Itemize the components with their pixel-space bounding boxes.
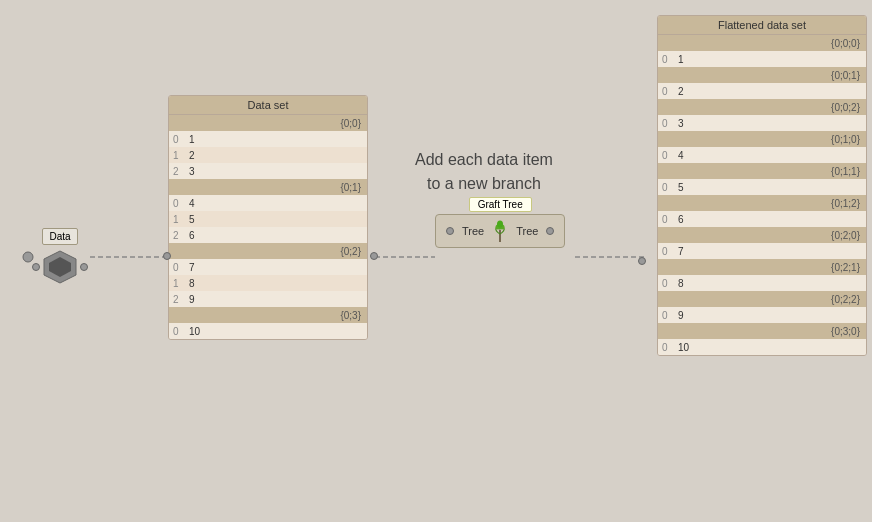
flat-path-row: {0;2;0}: [658, 227, 866, 243]
graft-port-out: Tree: [516, 225, 538, 237]
flat-data-row: 09: [658, 307, 866, 323]
data-row: 15: [169, 211, 367, 227]
flat-data-row: 02: [658, 83, 866, 99]
flat-path-row: {0;0;2}: [658, 99, 866, 115]
data-row: 23: [169, 163, 367, 179]
flat-data-row: 05: [658, 179, 866, 195]
canvas: Data Data set {0;0} 01 12 23 {0;1} 04 15…: [0, 0, 872, 522]
dataset-right-port[interactable]: [370, 252, 378, 260]
flat-data-row: 06: [658, 211, 866, 227]
data-row: 07: [169, 259, 367, 275]
data-row: 04: [169, 195, 367, 211]
path-row-4: {0;3}: [169, 307, 367, 323]
flat-left-port[interactable]: [638, 257, 646, 265]
flat-path-row: {0;0;0}: [658, 35, 866, 51]
data-row: 29: [169, 291, 367, 307]
flattened-panel: Flattened data set {0;0;0} 01 {0;0;1} 02…: [657, 15, 867, 356]
data-row: 18: [169, 275, 367, 291]
graft-left-port[interactable]: [446, 227, 454, 235]
flattened-panel-header: Flattened data set: [658, 16, 866, 35]
graft-tooltip: Graft Tree: [469, 197, 532, 212]
svg-point-10: [497, 221, 503, 228]
graft-port-in: Tree: [462, 225, 484, 237]
data-node-right-port[interactable]: [80, 263, 88, 271]
data-node-label: Data: [42, 228, 77, 245]
data-node[interactable]: Data: [32, 228, 88, 285]
data-node-hex: [42, 249, 78, 285]
flat-path-row: {0;3;0}: [658, 323, 866, 339]
path-row-2: {0;1}: [169, 179, 367, 195]
flat-data-row: 03: [658, 115, 866, 131]
path-row-1: {0;0}: [169, 115, 367, 131]
graft-right-port[interactable]: [546, 227, 554, 235]
data-row: 01: [169, 131, 367, 147]
data-row: 26: [169, 227, 367, 243]
graft-tree-node[interactable]: Graft Tree Tree Tree: [435, 197, 565, 248]
data-node-left-port[interactable]: [32, 263, 40, 271]
flat-path-row: {0;2;2}: [658, 291, 866, 307]
dataset-panel-header: Data set: [169, 96, 367, 115]
flat-data-row: 04: [658, 147, 866, 163]
flat-data-row: 07: [658, 243, 866, 259]
flat-path-row: {0;1;0}: [658, 131, 866, 147]
dataset-left-port[interactable]: [163, 252, 171, 260]
flat-path-row: {0;0;1}: [658, 67, 866, 83]
graft-tree-icon: [490, 220, 510, 242]
data-row: 010: [169, 323, 367, 339]
flat-path-row: {0;1;1}: [658, 163, 866, 179]
data-row: 12: [169, 147, 367, 163]
flat-path-row: {0;2;1}: [658, 259, 866, 275]
description-text: Add each data item to a new branch: [415, 148, 553, 196]
path-row-3: {0;2}: [169, 243, 367, 259]
flat-data-row: 010: [658, 339, 866, 355]
flat-data-row: 08: [658, 275, 866, 291]
flat-path-row: {0;1;2}: [658, 195, 866, 211]
flat-data-row: 01: [658, 51, 866, 67]
graft-body[interactable]: Tree Tree: [435, 214, 565, 248]
dataset-panel: Data set {0;0} 01 12 23 {0;1} 04 15 26 {…: [168, 95, 368, 340]
